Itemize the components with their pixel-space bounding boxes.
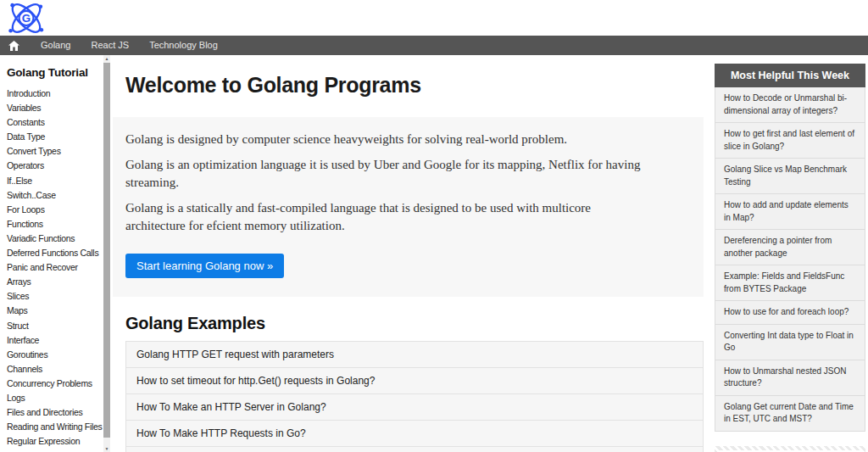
sidebar-item-link[interactable]: Reading and Writing Files — [7, 421, 103, 432]
sidebar-item-link[interactable]: For Loops — [7, 204, 45, 215]
sidebar-item: Find DNS records — [7, 448, 103, 452]
home-icon — [8, 41, 19, 51]
sidebar-item: Convert Types — [7, 143, 103, 158]
carbon-ad[interactable]: 2 1 3 Redesign the way you jam with FigJ… — [715, 446, 865, 452]
sidebar-item: Arrays — [7, 274, 103, 288]
helpful-item: Golang Slice vs Map Benchmark Testing — [715, 159, 865, 194]
sidebar-item-link[interactable]: Channels — [7, 364, 42, 374]
sidebar-item: Operators — [7, 158, 103, 172]
helpful-link[interactable]: How to get first and last element of sli… — [724, 128, 856, 153]
sidebar-item: For Loops — [7, 202, 103, 216]
helpful-item: Converting Int data type to Float in Go — [715, 325, 865, 360]
sidebar-item: Data Type — [7, 129, 103, 143]
helpful-link[interactable]: How to use for and foreach loop? — [724, 306, 856, 319]
site-header: G — [0, 0, 868, 36]
sidebar-item: Goroutines — [7, 347, 103, 361]
example-row: How To Make HTTP Requests in Go? — [125, 420, 704, 447]
sidebar-scrollbar[interactable]: ▲ ▼ — [103, 55, 110, 452]
main-content: Welcome to Golang Programs Golang is des… — [113, 55, 704, 452]
sidebar-item: Logs — [7, 390, 103, 405]
most-helpful-list: How to Decode or Unmarshal bi-dimensiona… — [715, 87, 865, 432]
helpful-link[interactable]: Converting Int data type to Float in Go — [724, 330, 856, 354]
helpful-link[interactable]: How to Decode or Unmarshal bi-dimensiona… — [724, 92, 856, 117]
nav-item-technology-blog[interactable]: Technology Blog — [139, 36, 228, 55]
helpful-item: How to use for and foreach loop? — [715, 301, 865, 325]
helpful-link[interactable]: Dereferencing a pointer from another pac… — [724, 235, 856, 259]
scroll-up-icon[interactable]: ▲ — [103, 55, 110, 62]
sidebar-item: Variables — [7, 100, 103, 114]
sidebar-item-link[interactable]: Variadic Functions — [7, 233, 75, 243]
helpful-link[interactable]: Golang Slice vs Map Benchmark Testing — [724, 164, 856, 188]
example-row: How To Make an HTTP Server in Golang? — [125, 393, 704, 421]
sidebar-item: Constants — [7, 114, 103, 129]
start-learning-button[interactable]: Start learning Golang now » — [125, 254, 284, 278]
sidebar-item-link[interactable]: Struct — [7, 321, 29, 331]
sidebar-item-link[interactable]: Operators — [7, 160, 44, 170]
sidebar-item: Slices — [7, 288, 103, 303]
sidebar-item: Panic and Recover — [7, 259, 103, 274]
sidebar-item: Variadic Functions — [7, 231, 103, 245]
sidebar-item-link[interactable]: Introduction — [7, 88, 50, 98]
sidebar-title: Golang Tutorial — [7, 66, 103, 79]
sidebar-item-link[interactable]: Switch..Case — [7, 190, 56, 200]
nav-item-golang[interactable]: Golang — [31, 36, 81, 55]
atom-logo-icon: G — [5, 1, 47, 36]
helpful-link[interactable]: How to add and update elements in Map? — [724, 199, 856, 224]
sidebar-item-link[interactable]: Arrays — [7, 276, 31, 287]
site-logo[interactable]: G — [5, 1, 47, 39]
main-navbar: Golang React JS Technology Blog — [0, 36, 868, 55]
intro-paragraph: Golang is a statically and fast-compiled… — [125, 199, 653, 235]
example-link[interactable]: Golang HTTP GET request with parameters — [126, 342, 703, 367]
sidebar-item: Reading and Writing Files — [7, 419, 103, 433]
sidebar-item: Deferred Functions Calls — [7, 245, 103, 259]
helpful-item: How to add and update elements in Map? — [715, 194, 865, 230]
helpful-link[interactable]: Example: Fields and FieldsFunc from BYTE… — [724, 271, 856, 295]
sidebar-item: Regular Expression — [7, 433, 103, 448]
sidebar-item-link[interactable]: Concurrency Problems — [7, 378, 92, 388]
sidebar-item-link[interactable]: Interface — [7, 335, 39, 345]
sidebar-item-link[interactable]: Logs — [7, 393, 25, 403]
sidebar-nav-list: Introduction Variables Constants Data Ty… — [7, 86, 103, 452]
scroll-down-icon[interactable]: ▼ — [103, 445, 110, 452]
sidebar-item-link[interactable]: Goroutines — [7, 349, 47, 360]
sidebar-item-link[interactable]: Deferred Functions Calls — [7, 248, 98, 258]
sidebar-item-link[interactable]: Convert Types — [7, 146, 61, 156]
sidebar-item-link[interactable]: Regular Expression — [7, 436, 80, 446]
helpful-item: How to Decode or Unmarshal bi-dimensiona… — [715, 87, 865, 123]
most-helpful-header: Most Helpful This Week — [715, 64, 865, 87]
sidebar-item-link[interactable]: Slices — [7, 291, 29, 301]
example-row: How to set timeout for http.Get() reques… — [125, 367, 704, 394]
intro-jumbotron: Golang is designed by computer science h… — [113, 117, 704, 297]
page-title: Welcome to Golang Programs — [125, 73, 704, 98]
sidebar-item-link[interactable]: Maps — [7, 305, 27, 315]
sidebar-item-link[interactable]: Panic and Recover — [7, 262, 78, 272]
right-sidebar: Most Helpful This Week How to Decode or … — [715, 55, 865, 452]
sidebar-item: Functions — [7, 216, 103, 231]
sidebar-item: Channels — [7, 361, 103, 376]
helpful-item: How to Unmarshal nested JSON structure? — [715, 360, 865, 396]
sidebar-item-link[interactable]: Constants — [7, 117, 45, 127]
scrollbar-thumb[interactable] — [103, 63, 110, 438]
content-area: Golang Tutorial Introduction Variables C… — [0, 55, 868, 452]
intro-paragraph: Golang is an optimization language it is… — [125, 156, 653, 192]
example-link[interactable]: How To Make an HTTP Server in Golang? — [126, 394, 703, 420]
helpful-item: How to get first and last element of sli… — [715, 123, 865, 159]
sidebar-item: Concurrency Problems — [7, 376, 103, 390]
example-link[interactable]: How to set timeout for http.Get() reques… — [126, 368, 703, 393]
helpful-link[interactable]: Golang Get current Date and Time in EST,… — [724, 401, 856, 426]
sidebar-item: Interface — [7, 332, 103, 347]
sidebar-item-link[interactable]: Functions — [7, 219, 43, 229]
tutorial-sidebar: Golang Tutorial Introduction Variables C… — [0, 55, 113, 452]
home-button[interactable] — [0, 41, 31, 51]
sidebar-item-link[interactable]: Variables — [7, 103, 41, 113]
helpful-link[interactable]: How to Unmarshal nested JSON structure? — [724, 366, 856, 390]
logo-letter: G — [22, 12, 31, 25]
sidebar-item-link[interactable]: Data Type — [7, 131, 45, 142]
nav-item-react-js[interactable]: React JS — [81, 36, 139, 55]
sidebar-item-link[interactable]: If..Else — [7, 176, 32, 186]
example-link[interactable]: Strip all white spaces, tabs, newlines f… — [126, 447, 703, 452]
example-link[interactable]: How To Make HTTP Requests in Go? — [126, 421, 703, 446]
sidebar-item: Maps — [7, 303, 103, 317]
sidebar-item-link[interactable]: Files and Directories — [7, 407, 82, 417]
page: G Golang React JS Technology Blog Golang… — [0, 0, 868, 452]
